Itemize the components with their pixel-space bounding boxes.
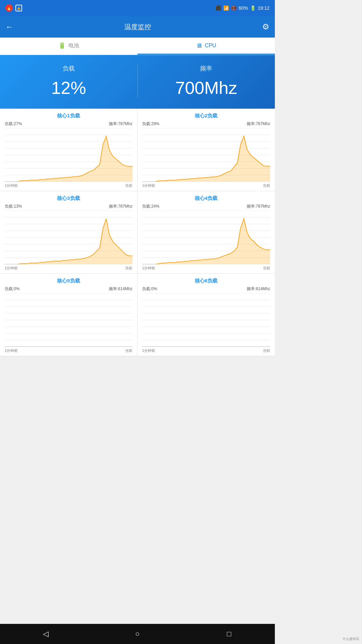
freq-value: 700Mhz <box>175 78 237 98</box>
status-bar: 🔥 🔒 ⬛ 📶 📵 60% 🔋 19:12 <box>0 0 275 16</box>
status-bar-right: ⬛ 📶 📵 60% 🔋 19:12 <box>216 5 269 11</box>
tab-bar: 🔋 电池 🖥 CPU <box>0 38 275 55</box>
core-chart-1 <box>5 128 132 182</box>
core-title-3: 核心3负载 <box>5 195 132 202</box>
core-time-2: 1分钟前 当前 <box>142 183 270 188</box>
app-bar: ← 温度监控 ⚙ <box>0 16 275 38</box>
core-freq-2: 频率:787Mhz <box>247 121 270 127</box>
core-load-1: 负载:27% <box>5 121 22 127</box>
settings-button[interactable]: ⚙ <box>262 22 269 32</box>
core-freq-3: 频率:787Mhz <box>109 204 132 209</box>
core-time-start-2: 1分钟前 <box>142 183 155 188</box>
core-panel-2: 核心2负载 负载:29% 频率:787Mhz 1分钟前 当前 <box>137 109 275 191</box>
cpu-tab-icon: 🖥 <box>196 42 202 49</box>
core-chart-6 <box>142 293 270 347</box>
core-load-3: 负载:13% <box>5 204 22 209</box>
back-button[interactable]: ← <box>5 22 13 32</box>
tab-cpu[interactable]: 🖥 CPU <box>137 38 275 55</box>
core-panel-6: 核心6负载 负载:0% 频率:614Mhz 1分钟前 当前 <box>137 274 275 356</box>
core-time-start-5: 1分钟前 <box>5 348 18 353</box>
core-freq-4: 频率:787Mhz <box>247 204 270 209</box>
core-load-2: 负载:29% <box>142 121 159 127</box>
core-stats-1: 负载:27% 频率:787Mhz <box>5 121 132 127</box>
core-title-5: 核心5负载 <box>5 278 132 284</box>
core-time-start-4: 1分钟前 <box>142 266 155 271</box>
battery-tab-icon: 🔋 <box>58 42 66 49</box>
load-value: 12% <box>51 78 86 98</box>
core-load-5: 负载:0% <box>5 286 20 292</box>
core-panel-4: 核心4负载 负载:24% 频率:787Mhz 1分钟前 当前 <box>137 191 275 274</box>
core-stats-2: 负载:29% 频率:787Mhz <box>142 121 270 127</box>
core-load-4: 负载:24% <box>142 204 159 209</box>
core-stats-4: 负载:24% 频率:787Mhz <box>142 204 270 209</box>
core-time-1: 1分钟前 当前 <box>5 183 132 188</box>
core-stats-5: 负载:0% 频率:614Mhz <box>5 286 132 292</box>
tab-battery[interactable]: 🔋 电池 <box>0 38 137 55</box>
battery-tab-label: 电池 <box>68 42 79 49</box>
load-section: 负载 12% <box>0 64 138 98</box>
core-title-1: 核心1负载 <box>5 113 132 119</box>
core-time-start-1: 1分钟前 <box>5 183 18 188</box>
core-time-5: 1分钟前 当前 <box>5 348 132 353</box>
core-title-4: 核心4负载 <box>142 195 270 202</box>
core-time-current-3: 当前 <box>125 266 132 271</box>
app-icon-lock: 🔒 <box>15 5 22 11</box>
hero-section: 负载 12% 频率 700Mhz <box>0 55 275 109</box>
core-stats-6: 负载:0% 频率:614Mhz <box>142 286 270 292</box>
core-time-current-2: 当前 <box>263 183 270 188</box>
freq-label: 频率 <box>200 64 212 72</box>
core-title-2: 核心2负载 <box>142 113 270 119</box>
battery-icon: 🔋 <box>250 5 256 11</box>
signal-icon: 📵 <box>231 5 237 11</box>
core-time-current-5: 当前 <box>125 348 132 353</box>
core-time-4: 1分钟前 当前 <box>142 266 270 271</box>
core-panel-5: 核心5负载 负载:0% 频率:614Mhz 1分钟前 当前 <box>0 274 137 356</box>
core-time-6: 1分钟前 当前 <box>142 348 270 353</box>
core-panel-3: 核心3负载 负载:13% 频率:787Mhz 1分钟前 当前 <box>0 191 137 274</box>
core-title-6: 核心6负载 <box>142 278 270 284</box>
core-grid: 核心1负载 负载:27% 频率:787Mhz 1分钟前 当前 核心2负载 负载:… <box>0 109 275 356</box>
freq-section: 频率 700Mhz <box>138 64 275 98</box>
app-icon-fire: 🔥 <box>5 4 13 12</box>
core-time-current-4: 当前 <box>263 266 270 271</box>
core-panel-1: 核心1负载 负载:27% 频率:787Mhz 1分钟前 当前 <box>0 109 137 191</box>
cpu-tab-label: CPU <box>205 43 216 49</box>
core-time-3: 1分钟前 当前 <box>5 266 132 271</box>
page-title: 温度监控 <box>124 22 151 32</box>
core-chart-3 <box>5 211 132 264</box>
core-freq-1: 频率:787Mhz <box>109 121 132 127</box>
wifi-icon: 📶 <box>223 5 229 11</box>
core-freq-6: 频率:614Mhz <box>247 286 270 292</box>
battery-percent: 60% <box>239 5 248 11</box>
core-time-current-6: 当前 <box>263 348 270 353</box>
core-load-6: 负载:0% <box>142 286 157 292</box>
core-time-start-6: 1分钟前 <box>142 348 155 353</box>
core-freq-5: 频率:614Mhz <box>109 286 132 292</box>
core-chart-4 <box>142 211 270 264</box>
core-time-current-1: 当前 <box>125 183 132 188</box>
core-stats-3: 负载:13% 频率:787Mhz <box>5 204 132 209</box>
nfc-icon: ⬛ <box>216 5 221 11</box>
core-chart-2 <box>142 128 270 182</box>
core-chart-5 <box>5 293 132 347</box>
load-label: 负载 <box>63 64 75 72</box>
status-bar-left: 🔥 🔒 <box>5 4 22 12</box>
time: 19:12 <box>258 5 269 11</box>
core-time-start-3: 1分钟前 <box>5 266 18 271</box>
